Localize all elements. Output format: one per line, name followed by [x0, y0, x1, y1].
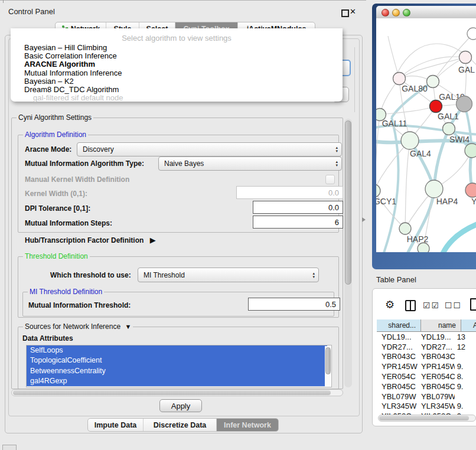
dpi-tolerance-label: DPI Tolerance [0,1]: [25, 204, 90, 213]
screen: Control Panel ✕ NetworkStyleSelectCyni T… [0, 0, 476, 450]
deselect-all-icon[interactable]: ☐☐ [445, 301, 462, 310]
mi-steps-field[interactable]: 6 [253, 216, 343, 229]
network-node[interactable] [393, 73, 406, 85]
document-icon[interactable] [470, 298, 476, 311]
mi-threshold-label: Mutual Information Threshold: [28, 301, 131, 309]
algorithm-option[interactable]: Mutual Information Inference [21, 69, 339, 77]
minimize-window-icon[interactable] [392, 9, 400, 17]
algorithm-option[interactable]: Bayesian – K2 [21, 77, 339, 86]
table-cell: YDR27... [418, 343, 455, 351]
attr-list-vscrollbar[interactable] [325, 346, 331, 386]
float-window-icon[interactable] [341, 9, 349, 17]
table-row[interactable]: YDL19...YDL19...13 [377, 332, 476, 342]
collapse-triangle-icon[interactable]: ▼ [125, 323, 131, 330]
table-panel-title: Table Panel [376, 275, 416, 284]
table-hscrollbar[interactable] [378, 415, 476, 422]
cyni-algorithm-settings-title: Cyni Algorithm Settings [17, 113, 93, 122]
data-attribute-item[interactable]: BetweennessCentrality [27, 366, 327, 376]
table-row[interactable]: YBL079WYBL079W [377, 392, 476, 402]
close-icon[interactable]: ✕ [350, 7, 356, 16]
aracne-mode-combo[interactable]: Discovery ▴▾ [77, 142, 342, 156]
algorithm-option[interactable]: Bayesian – Hill Climbing [21, 44, 339, 52]
which-threshold-combo[interactable]: MI Threshold ▴▾ [138, 268, 319, 282]
network-node[interactable] [465, 183, 476, 197]
table-hscrollbar-thumb[interactable] [379, 416, 469, 420]
network-canvas[interactable]: GAL80GAL10GAL1GAL11SWI4GAL4GALGCY1HAP4YH… [376, 18, 476, 252]
column-header-shared[interactable]: shared... [377, 319, 421, 332]
mi-type-combo[interactable]: Naive Bayes ▴▾ [158, 156, 342, 171]
aracne-mode-label: Aracne Mode: [25, 145, 71, 154]
settings-hscrollbar-thumb[interactable] [13, 390, 331, 395]
sources-title-row[interactable]: Sources for Network Inference ▼ [23, 322, 133, 331]
network-node[interactable] [401, 132, 419, 149]
select-all-icon[interactable]: ☑☑ [423, 301, 440, 310]
algorithm-option-list: Bayesian – Hill ClimbingBasic Correlatio… [21, 44, 339, 94]
settings-hscrollbar[interactable] [11, 389, 343, 396]
dpi-tolerance-field[interactable]: 0.0 [253, 201, 343, 214]
table-row[interactable]: YPR145WYPR145W9. [377, 361, 476, 371]
network-node[interactable] [418, 243, 429, 252]
gear-icon[interactable]: ⚙ [385, 299, 395, 310]
network-node[interactable] [427, 76, 439, 88]
table-row[interactable]: YER054CYER054C8. [377, 371, 476, 381]
algorithm-option[interactable]: ARACNE Algorithm [21, 60, 339, 69]
mi-type-value: Naive Bayes [164, 159, 204, 168]
manual-kernel-checkbox[interactable] [325, 175, 335, 184]
algorithm-dropdown-popup: Select algorithm to view settings Bayesi… [11, 28, 343, 102]
aracne-mode-value: Discovery [83, 145, 114, 154]
tab-discretize-data[interactable]: Discretize Data [143, 419, 216, 431]
settings-vscrollbar[interactable] [344, 119, 352, 387]
data-attributes-list[interactable]: SelfLoopsTopologicalCoefficientBetweenne… [26, 345, 332, 387]
network-node[interactable] [465, 144, 476, 158]
minimized-panel-stub[interactable] [2, 445, 17, 450]
tab-infer-network[interactable]: Infer Network [216, 419, 278, 431]
algorithm-option[interactable]: Dream8 DC_TDC Algorithm [21, 86, 339, 94]
manual-kernel-label: Manual Kernel Width Definition [25, 175, 129, 184]
algorithm-dropdown-placeholder: Select algorithm to view settings [11, 34, 343, 43]
network-node-label: Y [471, 197, 476, 206]
column-header-name[interactable]: name [421, 319, 461, 332]
data-attribute-item[interactable]: SelfLoops [27, 345, 327, 356]
network-node[interactable] [376, 184, 380, 197]
column-header-a[interactable]: A [461, 319, 476, 332]
table-panel: ⚙ ☑☑ ☐☐ shared...nameA YDL19...YDL19...1… [372, 288, 476, 426]
network-node[interactable] [459, 51, 472, 64]
attr-list-vscrollbar-thumb[interactable] [325, 347, 331, 374]
table-row[interactable]: YBR045CYBR045C9. [377, 381, 476, 392]
close-window-icon[interactable] [382, 9, 389, 17]
table-row[interactable]: YLR345WYLR345W9. [377, 402, 476, 412]
data-attribute-item[interactable]: TopologicalCoefficient [27, 356, 327, 366]
algorithm-option[interactable]: Basic Correlation Inference [21, 52, 339, 60]
network-node[interactable] [399, 223, 411, 234]
apply-button[interactable]: Apply [159, 399, 202, 412]
network-window-titlebar[interactable] [376, 6, 476, 19]
splitter-arrow-icon[interactable] [362, 217, 366, 222]
network-node[interactable] [457, 96, 472, 112]
table-cell: YDL19... [418, 332, 455, 341]
network-node[interactable] [443, 123, 455, 135]
network-node[interactable] [430, 100, 442, 113]
settings-vscrollbar-thumb[interactable] [345, 120, 351, 285]
data-attribute-item[interactable]: gal4RGexp [27, 376, 327, 386]
network-selector-ghost-value: gal-filtered sif default node [33, 93, 123, 102]
tab-label: Discretize Data [154, 421, 207, 429]
combo-arrows-icon: ▴▾ [335, 160, 338, 167]
network-node[interactable] [467, 28, 476, 40]
split-table-icon[interactable] [405, 300, 416, 311]
table-cell: 9. [455, 382, 476, 391]
network-node[interactable] [425, 180, 443, 198]
table-cell: YER054C [377, 372, 418, 381]
kernel-width-field[interactable]: 0.0 [236, 186, 343, 199]
tab-impute-data[interactable]: Impute Data [88, 419, 143, 431]
table-row[interactable]: YBR043CYBR043C [377, 352, 476, 362]
threshold-definition-title: Threshold Definition [23, 252, 90, 260]
zoom-window-icon[interactable] [403, 9, 410, 17]
table-cell: YPR145W [418, 362, 455, 371]
table-row[interactable]: YDR27...YDR27...12 [377, 342, 476, 352]
table-cell: YBR045C [418, 382, 455, 391]
table-header: shared...nameA [377, 319, 476, 332]
mi-threshold-field[interactable]: 0.5 [248, 298, 340, 311]
hub-definition-expander[interactable]: Hub/Transcription Factor Definition ▶ [25, 236, 156, 244]
expand-triangle-icon[interactable]: ▶ [150, 236, 156, 244]
table-cell: YBL079W [418, 392, 455, 401]
